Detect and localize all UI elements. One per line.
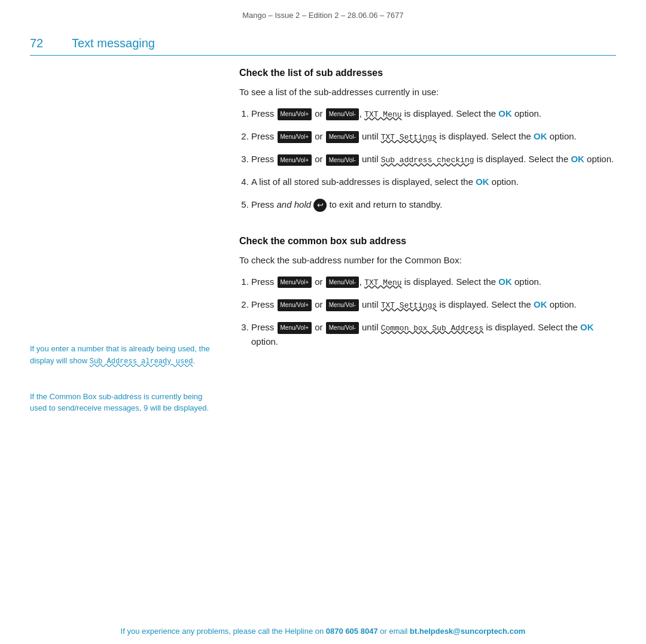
note-2-text: If the Common Box sub-address is current… [30, 391, 221, 414]
key-menu-vol-minus-6: Menu/Vol- [326, 322, 359, 334]
ok-4: OK [476, 177, 489, 187]
page-number: 72 [30, 37, 72, 50]
key-menu-vol-plus-4: Menu/Vol+ [278, 277, 312, 288]
ok-7: OK [580, 322, 594, 332]
ok-3: OK [571, 154, 584, 164]
content-area: If you enter a number that is already be… [30, 56, 616, 438]
section-2-intro: To check the sub-address number for the … [239, 255, 616, 265]
step-2-1: Press Menu/Vol+ or Menu/Vol-, TXT Menu i… [251, 275, 616, 289]
lcd-txt-settings-2: TXT Settings [381, 301, 437, 310]
page-header: Mango – Issue 2 – Edition 2 – 28.06.06 –… [0, 0, 646, 26]
footer-phone: 0870 605 8047 [326, 627, 378, 636]
key-menu-vol-plus-3: Menu/Vol+ [278, 154, 312, 166]
section-1-intro: To see a list of the sub-addresses curre… [239, 87, 616, 97]
key-menu-vol-minus-5: Menu/Vol- [326, 299, 359, 311]
footer-text-middle: or [378, 627, 389, 636]
section-1: Check the list of sub addresses To see a… [239, 68, 616, 212]
section-1-heading: Check the list of sub addresses [239, 68, 616, 78]
title-row: 72 Text messaging [30, 26, 616, 55]
ok-6: OK [534, 299, 547, 309]
and-hold-text: and hold [277, 199, 312, 209]
lcd-sub-addr-check: Sub address checking [381, 156, 474, 165]
lcd-txt-settings-1: TXT Settings [381, 133, 437, 142]
step-1-4: A list of all stored sub-addresses is di… [251, 175, 616, 189]
lcd-txt-menu-2: TXT Menu [364, 278, 401, 287]
key-menu-vol-plus-5: Menu/Vol+ [278, 299, 312, 311]
section-2-heading: Check the common box sub address [239, 236, 616, 247]
ok-5: OK [498, 277, 512, 287]
lcd-common-box-sub: Common box Sub Address [381, 324, 484, 333]
key-menu-vol-minus-4: Menu/Vol- [326, 277, 359, 288]
note-2: If the Common Box sub-address is current… [30, 391, 221, 414]
key-menu-vol-minus-3: Menu/Vol- [326, 154, 359, 166]
footer-email: bt.helpdesk@suncorptech.com [410, 627, 525, 636]
footer-email-prefix: email [389, 627, 410, 636]
step-1-5: Press and hold ↩ to exit and return to s… [251, 198, 616, 212]
section-2: Check the common box sub address To chec… [239, 230, 616, 349]
key-menu-vol-minus-1: Menu/Vol- [326, 108, 359, 120]
section-2-steps: Press Menu/Vol+ or Menu/Vol-, TXT Menu i… [251, 275, 616, 349]
step-1-1: Press Menu/Vol+ or Menu/Vol-, TXT Menu i… [251, 107, 616, 121]
key-menu-vol-minus-2: Menu/Vol- [326, 131, 359, 143]
right-column: Check the list of sub addresses To see a… [233, 68, 616, 438]
key-menu-vol-plus-6: Menu/Vol+ [278, 322, 312, 334]
footer-text-before: If you experience any problems, please c… [121, 627, 326, 636]
key-menu-vol-plus-2: Menu/Vol+ [278, 131, 312, 143]
note-1-mono: Sub Address already used [90, 357, 193, 366]
page-footer: If you experience any problems, please c… [0, 618, 646, 644]
note-1: If you enter a number that is already be… [30, 343, 221, 367]
header-text: Mango – Issue 2 – Edition 2 – 28.06.06 –… [242, 11, 404, 20]
section-title: Text messaging [72, 37, 155, 50]
note-1-text: If you enter a number that is already be… [30, 343, 221, 367]
left-column: If you enter a number that is already be… [30, 68, 233, 438]
step-2-2: Press Menu/Vol+ or Menu/Vol- until TXT S… [251, 297, 616, 312]
lcd-txt-menu-1: TXT Menu [364, 110, 401, 119]
step-1-3: Press Menu/Vol+ or Menu/Vol- until Sub a… [251, 152, 616, 166]
end-call-icon: ↩ [313, 199, 327, 212]
ok-1: OK [498, 108, 512, 119]
key-menu-vol-plus-1: Menu/Vol+ [278, 108, 312, 120]
step-2-3: Press Menu/Vol+ or Menu/Vol- until Commo… [251, 320, 616, 348]
ok-2: OK [534, 131, 547, 141]
step-1-2: Press Menu/Vol+ or Menu/Vol- until TXT S… [251, 129, 616, 144]
section-1-steps: Press Menu/Vol+ or Menu/Vol-, TXT Menu i… [251, 107, 616, 212]
